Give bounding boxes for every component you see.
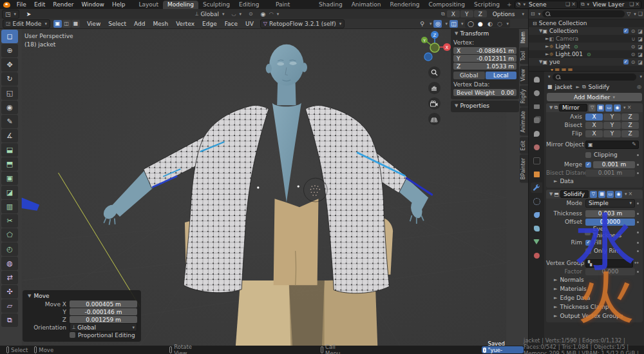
tool-add-cube[interactable]: ⬓ [1,143,18,157]
zoom-button[interactable] [428,66,440,79]
collapse-icon[interactable]: ▼ [455,31,458,36]
merge-value-field[interactable]: 0.001 m [593,161,635,168]
outliner-row-light[interactable]: ► ☼ Light ⊙ ⊙ ◪ [529,43,644,50]
gizmo-toggle-icon[interactable]: ⚲ [418,20,426,28]
menu-vertex[interactable]: Vertex [172,21,198,27]
section-materials[interactable]: ► Materials [546,284,643,293]
section-output-vertex-groups[interactable]: ► Output Vertex Groups [546,311,643,320]
tab-view-layer-properties[interactable] [531,115,542,125]
tab-layout[interactable]: Layout [134,1,163,9]
show-on-cage-toggle[interactable]: ▽ [590,191,597,198]
tab-active-tool[interactable] [531,74,542,84]
tool-loop-cut[interactable]: ▥ [1,200,18,213]
tool-scale[interactable]: ◱ [1,86,18,100]
menu-window[interactable]: Window [77,1,108,8]
tool-measure[interactable]: ∡ [1,129,18,143]
tab-render-properties[interactable] [531,88,542,98]
tab-rendering[interactable]: Rendering [386,1,424,9]
menu-help[interactable]: Help [108,1,129,8]
tab-item[interactable]: Item [520,28,528,46]
thickness-field[interactable]: 0.003 m [585,210,635,217]
hide-eye-icon[interactable]: ⊙ [631,52,636,57]
camera-disable-icon[interactable]: ◪ [638,36,643,42]
show-in-viewport-toggle[interactable]: ▭ [605,104,612,112]
pan-button[interactable] [428,82,440,94]
bisect-z-button[interactable]: Z [621,122,639,129]
tool-annotate[interactable]: ✎ [1,115,18,128]
tool-select-box[interactable]: ◻ [1,30,18,43]
section-edge-data[interactable]: ► Edge Data [546,293,643,302]
tab-material-properties[interactable] [531,250,542,261]
flip-y-button[interactable]: Y [603,130,621,137]
invert-vertex-group-icon[interactable]: ↔ [634,261,639,266]
material-preview-icon[interactable]: ◐ [486,20,494,28]
tab-particle-properties[interactable] [531,196,542,206]
tab-view[interactable]: View [520,66,528,84]
extras-dropdown-icon[interactable]: ▾ [623,105,626,110]
solid-shading-icon[interactable]: ● [476,20,484,28]
breadcrumb-modifier[interactable]: Solidify [589,84,610,90]
add-modifier-button[interactable]: Add Modifier▾ [547,93,642,101]
tool-inset-faces[interactable]: ▣ [1,172,18,185]
axis-x-button[interactable]: X [585,113,603,121]
mirror-data-section[interactable]: ► Data [546,177,643,186]
tool-knife[interactable]: ✂ [1,214,18,228]
orientation-value[interactable]: Global [200,11,219,17]
tool-poly-build[interactable]: ⬠ [1,228,18,242]
menu-face[interactable]: Face [221,21,242,27]
show-in-editmode-toggle[interactable]: ▦ [597,104,604,112]
mirror-z-button[interactable]: Z [474,10,487,17]
camera-disable-icon[interactable]: ◪ [638,52,643,57]
vertex-select-button[interactable]: ▣ [53,20,62,28]
outliner-row-light-001[interactable]: ► ☼ Light.001 ⊙ ⊙ ◪ [529,50,644,58]
tab-tool[interactable]: Tool [520,48,528,64]
collapse-icon[interactable]: ▼ [455,103,458,108]
only-rim-checkbox[interactable] [585,248,591,254]
tab-sculpting[interactable]: Sculpting [198,1,234,9]
clipping-checkbox[interactable] [585,152,591,158]
bisect-x-button[interactable]: X [585,122,603,129]
menu-uv[interactable]: UV [242,21,258,27]
tool-rotate[interactable]: ↻ [1,72,18,86]
properties-panel-collapsed[interactable]: ▼ Properties [451,101,519,112]
tab-uv-editing[interactable]: UV Editing [234,0,271,9]
camera-disable-icon[interactable]: ◪ [638,59,643,65]
merge-checkbox[interactable]: ✓ [585,162,591,168]
section-thickness-clamp[interactable]: ► Thickness Clamp [546,302,643,311]
section-normals[interactable]: ► Normals [546,275,643,284]
face-select-button[interactable]: ■ [71,20,80,28]
collapse-icon[interactable]: ▼ [549,105,553,110]
show-in-render-toggle[interactable]: ◉ [614,104,621,112]
pin-icon[interactable]: ◎ [637,84,641,90]
collection-checkbox[interactable]: ✓ [623,59,629,64]
vertex-z-field[interactable]: Z 1.0533 m [453,63,516,70]
tab-constraint-properties[interactable] [531,223,542,233]
tool-rip-region[interactable]: ⧉ [1,313,18,327]
outliner-row-scene-collection[interactable]: ⊟ Scene Collection [529,19,644,27]
outliner-row-camera[interactable]: ► ◧ Camera ∪ ◪ [529,35,644,43]
show-in-render-toggle[interactable]: ◉ [615,191,622,198]
axis-z-button[interactable]: Z [621,113,639,121]
tool-transform[interactable]: ◉ [1,101,18,114]
tab-object-properties[interactable] [531,169,542,179]
tab-bpainter[interactable]: BPainter [520,155,528,183]
tab-world-properties[interactable] [531,142,542,152]
wireframe-shading-icon[interactable]: ◯ [466,20,475,28]
menu-view[interactable]: View [83,21,104,27]
flip-x-button[interactable]: X [585,130,603,137]
tab-physics-properties[interactable] [531,210,542,220]
rendered-shading-icon[interactable]: ◌ [495,20,504,28]
xray-toggle-icon[interactable]: ◫ [450,20,458,28]
show-on-cage-toggle[interactable]: ▽ [589,104,596,112]
tool-edge-slide[interactable]: ⇄ [1,271,18,284]
tab-compositing[interactable]: Compositing [424,1,469,9]
even-thickness-checkbox[interactable] [585,230,591,235]
menu-add[interactable]: Add [130,21,149,27]
tool-shear[interactable]: ▱ [1,299,18,313]
tab-shading[interactable]: Shading [314,1,347,9]
properties-search-input[interactable] [553,74,637,81]
tool-move[interactable]: ✥ [1,58,18,72]
mirror-x-button[interactable]: X [447,10,460,17]
bevel-weight-field[interactable]: Bevel Weight 0.00 [453,89,516,96]
navigation-gizmo[interactable]: Z Y X [417,30,451,63]
